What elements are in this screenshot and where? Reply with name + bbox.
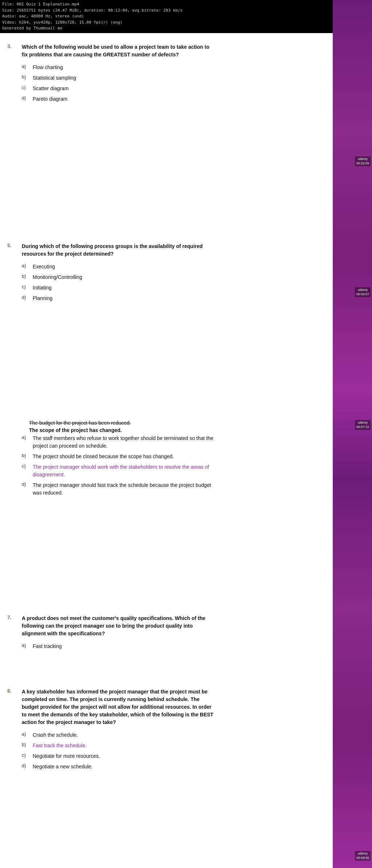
gap-3-5 — [0, 112, 224, 236]
udemy-badge-3: udemy 00:07:15 — [355, 420, 371, 430]
question-8-header: 8. A key stakeholder has informed the pr… — [7, 688, 217, 726]
answer-5d-letter: d) — [22, 295, 30, 300]
gap-5-6 — [0, 312, 224, 413]
answer-7a-letter: a) — [22, 643, 30, 648]
answer-3c: c) Scatter diagram — [22, 85, 217, 92]
question-8-text: A key stakeholder has informed the proje… — [22, 688, 217, 726]
answer-6a-text: The staff members who refuse to work tog… — [33, 435, 217, 450]
question-3-answers: a) Flow charting b) Statistical sampling… — [22, 64, 217, 103]
question-3-header: 3. Which of the following would be used … — [7, 43, 217, 59]
answer-5a-letter: a) — [22, 263, 30, 268]
gap-7-8 — [0, 660, 224, 681]
answer-7a-text: Fast tracking — [33, 643, 62, 650]
answer-3c-letter: c) — [22, 85, 30, 90]
file-info-bar: File: 002 Quiz 1 Explanation.mp4 Size: 2… — [0, 0, 372, 33]
answer-6c-letter: c) — [22, 463, 30, 469]
answer-3d-letter: d) — [22, 95, 30, 101]
question-7-number: 7. — [7, 615, 15, 620]
question-5-block: 5. During which of the following process… — [0, 236, 224, 312]
answer-6a: a) The staff members who refuse to work … — [22, 435, 217, 450]
sidebar — [333, 0, 372, 868]
main-content: 3. Which of the following would be used … — [0, 33, 224, 864]
answer-3d: d) Pareto diagram — [22, 95, 217, 103]
answer-8d: d) Negotiate a new schedule. — [22, 763, 217, 771]
answer-8c: c) Negotiate for more resources. — [22, 752, 217, 760]
question-8-answers: a) Crash the schedule. b) Fast track the… — [22, 731, 217, 771]
file-info-line5: Generated by Thumbnail me — [2, 25, 370, 32]
answer-5a: a) Executing — [22, 263, 217, 271]
answer-5d-text: Planning — [33, 295, 53, 302]
question-7-header: 7. A product does not meet the customer'… — [7, 615, 217, 637]
answer-5b-letter: b) — [22, 273, 30, 279]
answer-8a-letter: a) — [22, 731, 30, 737]
question-3-block: 3. Which of the following would be used … — [0, 37, 224, 112]
question-3-number: 3. — [7, 43, 15, 49]
question-8-block: 8. A key stakeholder has informed the pr… — [0, 681, 224, 780]
question-6-bullet1: The budget for the project has been redu… — [29, 420, 217, 426]
gap-6-7 — [0, 506, 224, 608]
udemy-badge-2: udemy 00:04:57 — [355, 287, 371, 297]
question-3-text: Which of the following would be used to … — [22, 43, 217, 59]
question-5-answers: a) Executing b) Monitoring/Controlling c… — [22, 263, 217, 302]
answer-8a-text: Crash the schedule. — [33, 731, 78, 739]
udemy-badge-4: udemy 00:09:55 — [355, 851, 371, 861]
answer-3a-text: Flow charting — [33, 64, 63, 71]
question-5-number: 5. — [7, 243, 15, 248]
answer-5c-text: Initiating — [33, 284, 52, 292]
file-info-line1: File: 002 Quiz 1 Explanation.mp4 — [2, 1, 370, 8]
answer-5b-text: Monitoring/Controlling — [33, 273, 82, 281]
answer-5c: c) Initiating — [22, 284, 217, 292]
answer-5c-letter: c) — [22, 284, 30, 289]
answer-5b: b) Monitoring/Controlling — [22, 273, 217, 281]
answer-8d-letter: d) — [22, 763, 30, 768]
answer-5a-text: Executing — [33, 263, 55, 271]
answer-6a-letter: a) — [22, 435, 30, 440]
answer-8c-letter: c) — [22, 752, 30, 758]
answer-8b-text: Fast track the schedule. — [33, 742, 87, 749]
question-8-number: 8. — [7, 688, 15, 694]
answer-3b: b) Statistical sampling — [22, 74, 217, 82]
question-6-answers: a) The staff members who refuse to work … — [22, 435, 217, 497]
answer-6c-text: The project manager should work with the… — [33, 463, 217, 479]
question-7-answers: a) Fast tracking — [22, 643, 217, 650]
file-info-line3: Audio: aac, 48000 Hz, stereo (und) — [2, 13, 370, 20]
answer-7a: a) Fast tracking — [22, 643, 217, 650]
question-6-block: The budget for the project has been redu… — [0, 413, 224, 506]
question-5-header: 5. During which of the following process… — [7, 243, 217, 258]
answer-6b-text: The project should be closed because the… — [33, 453, 174, 460]
answer-5d: d) Planning — [22, 295, 217, 302]
answer-6d: d) The project manager should fast track… — [22, 481, 217, 497]
question-6-bullet2: The scope of the project has changed. — [29, 427, 217, 433]
answer-8a: a) Crash the schedule. — [22, 731, 217, 739]
answer-6c: c) The project manager should work with … — [22, 463, 217, 479]
udemy-badge-1: udemy 00:02:09 — [355, 156, 371, 166]
answer-6d-text: The project manager should fast track th… — [33, 481, 217, 497]
answer-6b-letter: b) — [22, 453, 30, 458]
answer-6d-letter: d) — [22, 481, 30, 487]
answer-3a-letter: a) — [22, 64, 30, 69]
answer-8d-text: Negotiate a new schedule. — [33, 763, 93, 771]
question-7-text: A product does not meet the customer's q… — [22, 615, 217, 637]
question-5-text: During which of the following process gr… — [22, 243, 217, 258]
answer-3d-text: Pareto diagram — [33, 95, 68, 103]
bottom-gap — [0, 780, 224, 853]
answer-6b: b) The project should be closed because … — [22, 453, 217, 460]
answer-3b-text: Statistical sampling — [33, 74, 76, 82]
answer-8c-text: Negotiate for more resources. — [33, 752, 100, 760]
file-info-line4: Video: h264, yuv420p, 1280x720, 15.00 fp… — [2, 20, 370, 26]
question-7-block: 7. A product does not meet the customer'… — [0, 608, 224, 660]
answer-3c-text: Scatter diagram — [33, 85, 69, 92]
answer-3b-letter: b) — [22, 74, 30, 80]
answer-8b-letter: b) — [22, 742, 30, 747]
answer-8b: b) Fast track the schedule. — [22, 742, 217, 749]
file-info-line2: Size: 25655751 bytes (24.47 MiB), durati… — [2, 8, 370, 14]
answer-3a: a) Flow charting — [22, 64, 217, 71]
